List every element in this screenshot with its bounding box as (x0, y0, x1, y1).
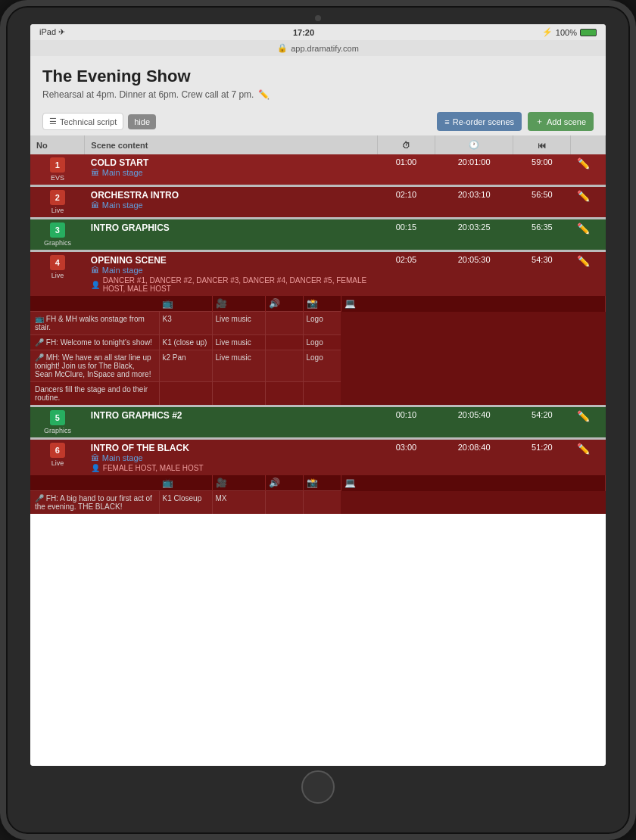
battery-label: 100% (556, 28, 577, 37)
scene-countdown: 56:50 (513, 187, 571, 217)
cue-camera-cell: k2 Pan (159, 350, 212, 382)
scene-cast: 👤 DANCER #1, DANCER #2, DANCER #3, DANCE… (91, 276, 372, 293)
scenes-table: No Scene content ⏱ 🕐 ⏮ 1EVSCOLD START🏛 M… (30, 135, 606, 514)
col-header-countdown: ⏮ (513, 135, 571, 154)
scene-location[interactable]: 🏛 Main stage (91, 168, 372, 177)
scene-type-label: Live (36, 207, 79, 214)
table-header-row: No Scene content ⏱ 🕐 ⏮ (30, 135, 606, 154)
ipad-frame: iPad ✈ 17:20 ⚡ 100% 🔒 app.dramatify.com … (0, 0, 636, 840)
scene-number-badge: 2 (50, 190, 65, 205)
cue-audio-cell: Live music (212, 312, 265, 335)
scene-edit-button[interactable]: ✏️ (577, 222, 590, 235)
table-row: 1EVSCOLD START🏛 Main stage01:0020:01:005… (30, 154, 606, 185)
cue-media-cell (265, 335, 303, 350)
scene-edit-cell[interactable]: ✏️ (571, 154, 606, 185)
scene-countdown: 59:00 (513, 154, 571, 185)
cue-action-icon: 🎤 (35, 494, 44, 502)
scene-title: ORCHESTRA INTRO (91, 190, 372, 201)
scene-content-cell: COLD START🏛 Main stage (85, 154, 378, 185)
scene-cast: 👤 FEMALE HOST, MALE HOST (91, 464, 372, 472)
subtitle-text: Rehearsal at 4pm. Dinner at 6pm. Crew ca… (42, 89, 254, 100)
reorder-label: Re-order scenes (453, 117, 514, 126)
cue-screen-cell: Logo (303, 335, 341, 350)
scene-number-badge: 6 (50, 443, 65, 458)
cue-sub-header: 📺🎥🔊📸💻 (30, 475, 605, 491)
toolbar: ☰ Technical script hide ≡ Re-order scene… (30, 107, 606, 135)
scene-location[interactable]: 🏛 Main stage (91, 201, 372, 210)
technical-script-button[interactable]: ☰ Technical script (42, 113, 123, 130)
scene-content-cell: OPENING SCENE🏛 Main stage👤 DANCER #1, DA… (85, 252, 378, 296)
cue-row: 📺 FH & MH walks onstage from stair.K3Liv… (30, 312, 605, 335)
cue-audio-cell: Live music (212, 350, 265, 382)
scene-edit-cell[interactable]: ✏️ (571, 252, 606, 296)
scene-edit-cell[interactable]: ✏️ (571, 187, 606, 217)
toolbar-right: ≡ Re-order scenes ＋ Add scene (437, 112, 594, 131)
scene-duration: 00:15 (377, 219, 435, 250)
table-row: 6LiveINTRO OF THE BLACK🏛 Main stage👤 FEM… (30, 440, 606, 475)
scene-number-badge: 3 (50, 222, 65, 238)
cue-col-header-3: 📸 (303, 296, 341, 312)
scene-content-cell: ORCHESTRA INTRO🏛 Main stage (85, 187, 378, 217)
scene-content-cell: INTRO GRAPHICS (85, 219, 378, 250)
cue-col-header-4: 💻 (341, 475, 605, 491)
hide-button[interactable]: hide (128, 114, 156, 129)
scene-no-cell: 2Live (30, 187, 85, 217)
scene-edit-button[interactable]: ✏️ (577, 410, 590, 422)
cue-col-header-1: 🎥 (212, 475, 265, 491)
scene-no-cell: 1EVS (30, 154, 85, 185)
scene-title: INTRO GRAPHICS #2 (91, 410, 372, 421)
script-label: Technical script (60, 117, 117, 126)
scene-no-cell: 5Graphics (30, 407, 85, 437)
cue-col-header-2: 🔊 (265, 296, 303, 312)
scene-type-label: Live (36, 272, 79, 279)
scene-edit-cell[interactable]: ✏️ (571, 219, 606, 250)
cue-row: 🎤 MH: We have an all star line up tonigh… (30, 350, 605, 382)
scene-countdown: 51:20 (513, 440, 571, 475)
scene-location[interactable]: 🏛 Main stage (91, 453, 372, 462)
edit-subtitle-icon[interactable]: ✏️ (258, 89, 270, 100)
reorder-icon: ≡ (444, 117, 449, 126)
status-right: ⚡ 100% (542, 27, 597, 37)
scene-countdown: 56:35 (513, 219, 571, 250)
scene-type-label: Graphics (36, 427, 79, 434)
cue-row: Dancers fill the stage and do their rout… (30, 382, 605, 406)
scene-edit-button[interactable]: ✏️ (577, 255, 590, 267)
scene-duration: 01:00 (377, 154, 435, 185)
cue-col-header-4: 💻 (341, 296, 605, 312)
scene-time: 20:08:40 (435, 440, 513, 475)
cue-screen-cell: Logo (303, 312, 341, 335)
scene-number-badge: 5 (50, 410, 65, 425)
ipad-home-button[interactable] (301, 770, 335, 804)
ipad-screen: iPad ✈ 17:20 ⚡ 100% 🔒 app.dramatify.com … (30, 24, 606, 766)
add-scene-label: Add scene (547, 117, 586, 126)
cue-row: 🎤 FH: Welcome to tonight's show!K1 (clos… (30, 335, 605, 350)
cue-col-header-1: 🎥 (212, 296, 265, 312)
scene-edit-cell[interactable]: ✏️ (571, 440, 606, 475)
content-area[interactable]: The Evening Show Rehearsal at 4pm. Dinne… (30, 56, 606, 766)
cue-screen-cell (303, 491, 341, 515)
cue-screen-cell (303, 382, 341, 406)
add-scene-button[interactable]: ＋ Add scene (528, 112, 594, 131)
reorder-scenes-button[interactable]: ≡ Re-order scenes (437, 112, 522, 131)
cue-sub-hdr-spacer (30, 296, 159, 312)
page-subtitle: Rehearsal at 4pm. Dinner at 6pm. Crew ca… (42, 89, 594, 100)
cue-action-text: Dancers fill the stage and do their rout… (35, 385, 148, 402)
scene-edit-button[interactable]: ✏️ (577, 443, 590, 455)
scene-countdown: 54:30 (513, 252, 571, 296)
scene-edit-cell[interactable]: ✏️ (571, 407, 606, 437)
location-text: Main stage (102, 266, 143, 275)
status-bar: iPad ✈ 17:20 ⚡ 100% (30, 24, 606, 40)
scene-no-cell: 3Graphics (30, 219, 85, 250)
cue-action-text: FH: A big hand to our first act of the e… (35, 494, 152, 511)
scene-time: 20:03:25 (435, 219, 513, 250)
cue-action-cell: 🎤 MH: We have an all star line up tonigh… (30, 350, 159, 382)
battery-icon (580, 29, 597, 36)
location-text: Main stage (102, 168, 143, 177)
scene-duration: 02:05 (377, 252, 435, 296)
location-text: Main stage (102, 201, 143, 210)
scene-edit-button[interactable]: ✏️ (577, 157, 590, 170)
scene-edit-button[interactable]: ✏️ (577, 190, 590, 202)
scene-location[interactable]: 🏛 Main stage (91, 266, 372, 275)
table-row: 5GraphicsINTRO GRAPHICS #200:1020:05:405… (30, 407, 606, 437)
table-row: 2LiveORCHESTRA INTRO🏛 Main stage02:1020:… (30, 187, 606, 217)
